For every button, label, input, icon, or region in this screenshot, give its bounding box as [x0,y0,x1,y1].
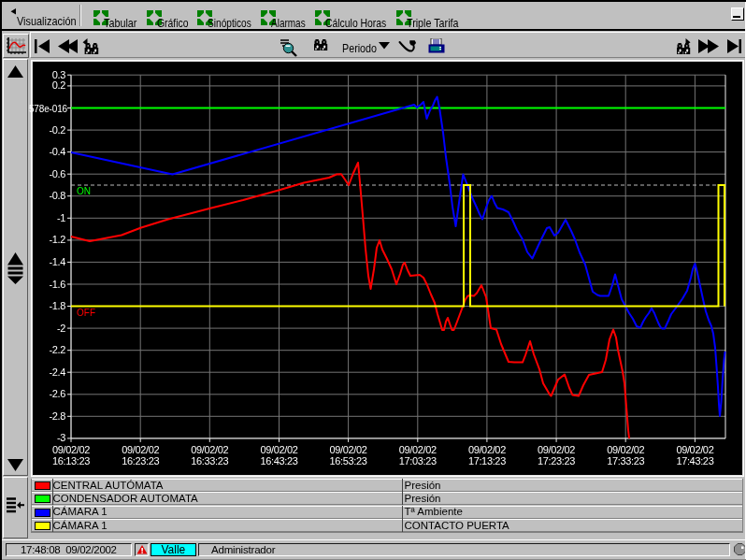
svg-text:-1.6: -1.6 [49,279,65,290]
svg-text:09/02/02: 09/02/02 [607,444,644,455]
svg-text:-2.8: -2.8 [49,410,65,422]
svg-text:09/02/02: 09/02/02 [122,444,159,455]
svg-text:-2: -2 [57,323,65,334]
svg-text:-1.4: -1.4 [49,256,65,267]
svg-text:09/02/02: 09/02/02 [191,444,228,455]
svg-text:16:33:23: 16:33:23 [191,455,228,467]
svg-text:09/02/02: 09/02/02 [330,444,367,455]
svg-text:17:03:23: 17:03:23 [399,455,437,467]
svg-text:0.2: 0.2 [52,79,65,91]
svg-text:17:33:23: 17:33:23 [607,455,644,467]
svg-text:-0.6: -0.6 [49,168,65,179]
svg-text:17:13:23: 17:13:23 [468,455,506,467]
svg-text:-2.4: -2.4 [49,366,65,378]
svg-text:09/02/02: 09/02/02 [468,444,506,455]
svg-text:-1.8: -1.8 [49,300,65,311]
svg-text:09/02/02: 09/02/02 [260,444,297,455]
svg-text:ON: ON [77,186,91,196]
svg-text:-3: -3 [57,432,65,443]
svg-text:17:23:23: 17:23:23 [538,455,575,467]
svg-text:16:43:23: 16:43:23 [260,455,297,467]
svg-text:-2.2: -2.2 [49,344,65,355]
svg-text:17:43:23: 17:43:23 [676,455,713,467]
svg-text:09/02/02: 09/02/02 [676,444,713,455]
svg-text:-1.2: -1.2 [49,234,65,245]
svg-text:-0.8: -0.8 [49,190,65,201]
svg-text:16:53:23: 16:53:23 [330,455,367,467]
svg-text:09/02/02: 09/02/02 [538,444,575,455]
svg-text:0.3: 0.3 [52,69,65,80]
svg-text:-0.4: -0.4 [49,146,65,157]
svg-text:16:23:23: 16:23:23 [122,455,159,467]
svg-text:16:13:23: 16:13:23 [52,455,90,467]
svg-text:-2.6: -2.6 [49,388,65,399]
svg-text:-1: -1 [57,212,65,223]
svg-text:OFF: OFF [77,308,95,318]
svg-text:09/02/02: 09/02/02 [52,444,90,455]
svg-text:-0.2: -0.2 [49,124,65,136]
svg-text:09/02/02: 09/02/02 [399,444,437,455]
